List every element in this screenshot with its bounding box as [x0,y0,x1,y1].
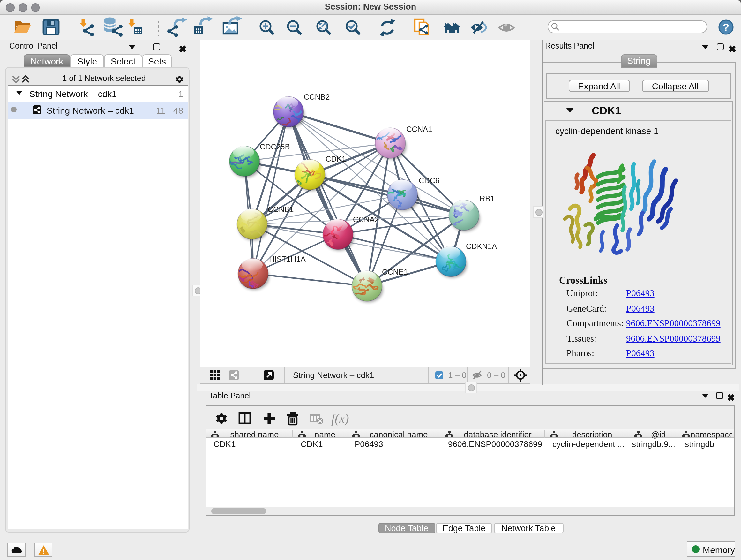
svg-text:CCNA1: CCNA1 [406,125,432,133]
svg-text:CDC6: CDC6 [419,176,440,185]
svg-text:RB1: RB1 [480,194,495,202]
svg-text:0 – 0: 0 – 0 [487,370,506,380]
svg-text:1 – 0: 1 – 0 [448,370,467,380]
svg-text:CCNE1: CCNE1 [382,267,408,276]
svg-text:CDK1: CDK1 [326,154,346,163]
svg-text:CCNB1: CCNB1 [268,205,293,213]
svg-text:?: ? [723,21,730,33]
svg-text:CCNB2: CCNB2 [304,92,330,101]
svg-text:String Network – cdk1: String Network – cdk1 [293,370,374,380]
svg-text:CCNA2: CCNA2 [353,215,379,224]
svg-text:f(x): f(x) [331,411,349,426]
svg-text:CDC25B: CDC25B [260,142,290,151]
svg-text:CDKN1A: CDKN1A [466,242,497,250]
svg-text:HIST1H1A: HIST1H1A [269,254,306,263]
